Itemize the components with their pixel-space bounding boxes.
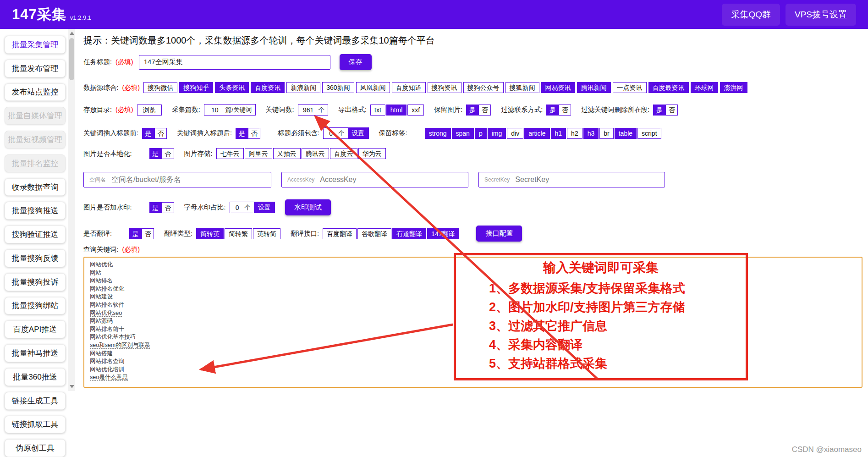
- scrollbar-thumb[interactable]: [69, 38, 74, 80]
- storage-provider-tag[interactable]: 腾讯云: [302, 148, 329, 159]
- yes-no-option[interactable]: 否: [665, 105, 678, 116]
- yes-no-option[interactable]: 是: [149, 148, 162, 159]
- title-must-contain-input[interactable]: [324, 128, 338, 138]
- watermark-set-button[interactable]: 设置: [254, 202, 275, 213]
- datasource-tag[interactable]: 百度知道: [392, 82, 426, 93]
- datasource-tag[interactable]: 搜狗知乎: [179, 82, 213, 93]
- datasource-tag[interactable]: 一点资讯: [613, 82, 647, 93]
- keep-tag[interactable]: table: [615, 128, 637, 139]
- translate-api-tag[interactable]: 百度翻译: [323, 228, 357, 239]
- keep-tag[interactable]: article: [524, 128, 549, 139]
- yes-no-option[interactable]: 否: [154, 128, 167, 139]
- sidebar-scrollbar[interactable]: [68, 29, 75, 391]
- sidebar-item[interactable]: 批量搜狗反馈: [5, 249, 66, 267]
- keep-tag[interactable]: h1: [551, 128, 566, 139]
- pages-label: 采集篇数:: [172, 105, 200, 114]
- sidebar-item[interactable]: 批量360推送: [5, 368, 66, 386]
- translate-type-tag[interactable]: 英转简: [253, 228, 280, 239]
- yes-no-option[interactable]: 是: [236, 128, 248, 139]
- yes-no-option[interactable]: 否: [142, 228, 154, 239]
- datasource-tag[interactable]: 头条资讯: [215, 82, 249, 93]
- datasource-tag[interactable]: 凤凰新闻: [356, 82, 390, 93]
- accesskey-input[interactable]: [320, 176, 462, 184]
- yes-no-option[interactable]: 否: [559, 105, 571, 116]
- watermark-ratio-input[interactable]: [230, 202, 245, 213]
- keep-tag[interactable]: div: [507, 128, 523, 139]
- storage-provider-tag[interactable]: 阿里云: [245, 148, 272, 159]
- pages-input[interactable]: [204, 105, 225, 115]
- sidebar-item[interactable]: 批量采集管理: [5, 36, 66, 54]
- datasource-tag[interactable]: 网易资讯: [541, 82, 575, 93]
- save-button[interactable]: 保存: [340, 54, 372, 70]
- yes-no-option[interactable]: 是: [466, 105, 478, 116]
- sidebar-item[interactable]: 发布站点监控: [5, 83, 66, 101]
- task-title-input[interactable]: [139, 55, 330, 70]
- sidebar-item[interactable]: 批量搜狗绑站: [5, 297, 66, 315]
- sidebar-item[interactable]: 链接生成工具: [5, 392, 66, 410]
- datasource-tag[interactable]: 搜狗微信: [143, 82, 177, 93]
- sidebar-item[interactable]: 链接抓取工具: [5, 416, 66, 434]
- keep-tag[interactable]: span: [452, 128, 474, 139]
- translate-api-tag[interactable]: 147翻译: [427, 228, 459, 239]
- api-config-button[interactable]: 接口配置: [476, 226, 522, 242]
- sidebar-item[interactable]: 搜狗验证推送: [5, 226, 66, 243]
- scroll-up-icon[interactable]: [70, 32, 74, 35]
- sidebar-item[interactable]: 批量短视频管理: [5, 131, 66, 149]
- datasource-tag[interactable]: 腾讯新闻: [577, 82, 611, 93]
- keep-tag[interactable]: h3: [583, 128, 599, 139]
- translate-api-tag[interactable]: 有道翻译: [392, 228, 426, 239]
- datasource-tag[interactable]: 搜狗资讯: [428, 82, 461, 93]
- sidebar-item[interactable]: 伪原创工具: [5, 439, 66, 457]
- keep-tag[interactable]: script: [637, 128, 661, 139]
- export-format-tag[interactable]: xxf: [407, 105, 424, 116]
- keep-tag[interactable]: br: [599, 128, 613, 139]
- sidebar-item[interactable]: 百度API推送: [5, 320, 66, 338]
- datasource-tag[interactable]: 搜狗公众号: [463, 82, 504, 93]
- yes-no-option[interactable]: 否: [478, 105, 491, 116]
- header-nav-button[interactable]: 采集QQ群: [722, 4, 780, 26]
- yes-no-option[interactable]: 是: [653, 105, 665, 116]
- datasource-tag[interactable]: 360新闻: [322, 82, 354, 93]
- bucket-input[interactable]: [111, 176, 265, 184]
- header-nav-button[interactable]: VPS拨号设置: [786, 4, 856, 26]
- yes-no-option[interactable]: 是: [129, 228, 142, 239]
- datasource-tag[interactable]: 百度资讯: [251, 82, 285, 93]
- datasource-tag[interactable]: 新浪新闻: [286, 82, 320, 93]
- export-format-tag[interactable]: html: [386, 105, 407, 116]
- yes-no-option[interactable]: 否: [162, 202, 174, 213]
- translate-type-tag[interactable]: 简转英: [196, 228, 224, 239]
- sidebar-item[interactable]: 收录数据查询: [5, 178, 66, 196]
- translate-api-tag[interactable]: 谷歌翻译: [357, 228, 391, 239]
- keyword-count-input[interactable]: [298, 105, 319, 115]
- sidebar-item[interactable]: 批量发布管理: [5, 60, 66, 77]
- datasource-tag[interactable]: 环球网: [691, 82, 718, 93]
- keep-tag[interactable]: strong: [425, 128, 451, 139]
- translate-type-tag[interactable]: 简转繁: [225, 228, 252, 239]
- yes-no-option[interactable]: 是: [546, 105, 559, 116]
- sidebar-item[interactable]: 批量排名监控: [5, 154, 66, 172]
- yes-no-option[interactable]: 否: [162, 148, 174, 159]
- sidebar-item[interactable]: 批量搜狗推送: [5, 202, 66, 220]
- sidebar-item[interactable]: 批量自媒体管理: [5, 107, 66, 125]
- yes-no-option[interactable]: 是: [149, 202, 162, 213]
- datasource-tag[interactable]: 澎湃网: [720, 82, 747, 93]
- datasource-tag[interactable]: 百度最资讯: [648, 82, 689, 93]
- keep-tag[interactable]: h2: [567, 128, 582, 139]
- secretkey-input[interactable]: [515, 176, 659, 184]
- sidebar-item[interactable]: 批量搜狗投诉: [5, 273, 66, 291]
- scroll-down-icon[interactable]: [70, 385, 74, 388]
- storage-provider-tag[interactable]: 百度云: [330, 148, 357, 159]
- watermark-test-button[interactable]: 水印测试: [285, 199, 331, 215]
- storage-provider-tag[interactable]: 七牛云: [216, 148, 244, 159]
- yes-no-option[interactable]: 是: [142, 128, 154, 139]
- sidebar-item[interactable]: 批量神马推送: [5, 344, 66, 362]
- storage-provider-tag[interactable]: 华为云: [358, 148, 386, 159]
- yes-no-option[interactable]: 否: [248, 128, 260, 139]
- browse-button[interactable]: 浏览: [137, 105, 162, 116]
- title-must-contain-set-button[interactable]: 设置: [348, 128, 368, 138]
- export-format-tag[interactable]: txt: [370, 105, 385, 116]
- keep-tag[interactable]: img: [488, 128, 506, 139]
- storage-provider-tag[interactable]: 又拍云: [273, 148, 301, 159]
- datasource-tag[interactable]: 搜狐新闻: [505, 82, 539, 93]
- keep-tag[interactable]: p: [475, 128, 487, 139]
